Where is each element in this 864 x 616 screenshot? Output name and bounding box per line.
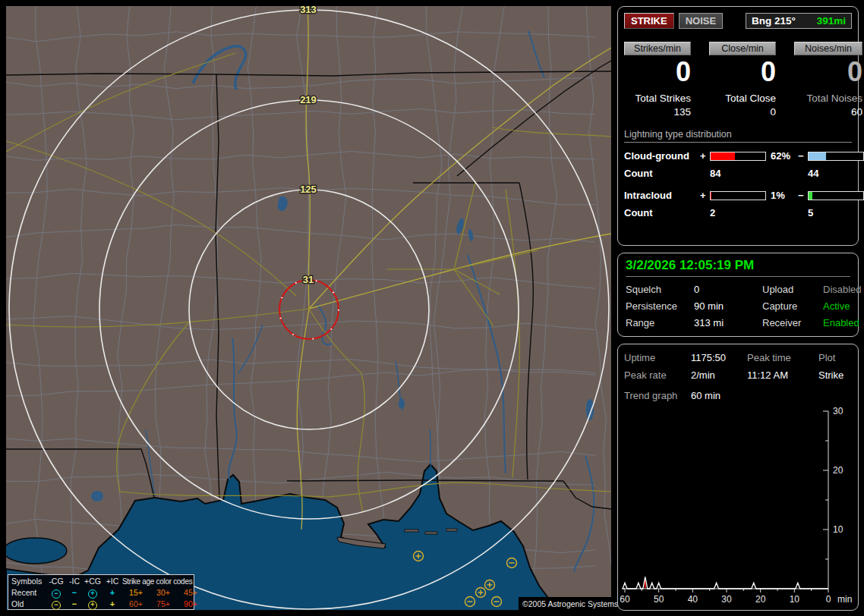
svg-text:60: 60 bbox=[620, 594, 630, 605]
svg-text:20: 20 bbox=[755, 594, 766, 605]
legend-symbols-header: Symbols bbox=[11, 576, 46, 587]
squelch-label: Squelch bbox=[626, 284, 694, 295]
legend-col-neg-ic: -IC bbox=[66, 576, 83, 587]
upload-label: Upload bbox=[762, 284, 823, 295]
strike-button[interactable]: STRIKE bbox=[624, 13, 674, 29]
distribution-title: Lightning type distribution bbox=[624, 129, 852, 143]
stats-grid: Uptime 1175:50 Peak time Plot Peak rate … bbox=[624, 352, 852, 381]
neg-ic-old-icon: − bbox=[66, 599, 83, 610]
strike-rate-line bbox=[623, 577, 828, 589]
cloud-ground-row: Cloud-ground + 62% − 33% bbox=[624, 150, 852, 162]
plot-mode-value: Strike bbox=[818, 369, 852, 381]
trend-graph-row: Trend graph 60 min bbox=[624, 390, 852, 401]
squelch-value: 0 bbox=[694, 284, 762, 295]
plus-sign: + bbox=[700, 190, 710, 201]
total-close-value: 0 bbox=[770, 106, 776, 118]
noise-button[interactable]: NOISE bbox=[679, 13, 723, 29]
noises-counter-column: Noises/min 0 Total Noises 60 bbox=[794, 42, 862, 118]
range-label: Range bbox=[626, 317, 694, 328]
trend-panel: Uptime 1175:50 Peak time Plot Peak rate … bbox=[617, 344, 859, 611]
copyright-bar: ©2005 Astrogenic Systems bbox=[519, 597, 611, 611]
neg-cg-recent-icon: − bbox=[46, 587, 66, 599]
rate-counters: Strikes/min 0 Total Strikes 135 Close/mi… bbox=[624, 42, 852, 118]
lightning-map[interactable]: 31321912531 Symbols -CG -IC +CG +IC Stri… bbox=[6, 6, 611, 611]
app-window: 31321912531 Symbols -CG -IC +CG +IC Stri… bbox=[0, 0, 864, 616]
neg-cg-old-icon: − bbox=[46, 599, 66, 610]
pos-cg-old-icon: + bbox=[83, 599, 102, 610]
count-label: Count bbox=[624, 168, 700, 179]
range-value: 313 mi bbox=[694, 317, 762, 328]
close-counter-column: Close/min 0 Total Close 0 bbox=[709, 42, 776, 118]
close-per-min-button[interactable]: Close/min bbox=[709, 42, 776, 55]
symbol-legend: Symbols -CG -IC +CG +IC Strike age color… bbox=[8, 574, 194, 610]
capture-status: Active bbox=[823, 300, 862, 312]
uptime-label: Uptime bbox=[624, 352, 691, 363]
receiver-label: Receiver bbox=[762, 317, 823, 328]
minus-sign: − bbox=[798, 190, 808, 201]
uptime-value: 1175:50 bbox=[691, 352, 747, 363]
persistence-label: Persistence bbox=[626, 300, 694, 312]
mode-toolbar: STRIKE NOISE Bng 215° 391mi bbox=[624, 13, 852, 29]
ic-negative-count: 5 bbox=[808, 207, 864, 218]
legend-col-pos-cg: +CG bbox=[83, 576, 102, 587]
peak-rate-label: Peak rate bbox=[624, 369, 691, 381]
minus-sign: − bbox=[798, 150, 808, 162]
noises-per-min-button[interactable]: Noises/min bbox=[794, 42, 862, 55]
map-canvas[interactable]: 31321912531 bbox=[6, 6, 611, 611]
status-panel: 3/2/2026 12:05:19 PM Squelch 0 Upload Di… bbox=[617, 253, 859, 337]
svg-text:10: 10 bbox=[833, 524, 844, 535]
ic-negative-bar bbox=[808, 191, 864, 200]
svg-text:50: 50 bbox=[654, 594, 664, 605]
total-noises-value: 60 bbox=[851, 106, 862, 118]
pos-ic-old-icon: + bbox=[102, 599, 122, 610]
strikes-per-min-button[interactable]: Strikes/min bbox=[624, 42, 691, 55]
total-close-label: Total Close bbox=[725, 93, 776, 104]
strikes-counter-column: Strikes/min 0 Total Strikes 135 bbox=[624, 42, 691, 118]
neg-ic-recent-icon: − bbox=[66, 587, 83, 599]
capture-label: Capture bbox=[762, 300, 823, 312]
total-strikes-value: 135 bbox=[673, 106, 691, 118]
total-noises-label: Total Noises bbox=[806, 93, 862, 104]
plot-label: Plot bbox=[818, 352, 852, 363]
total-strikes-label: Total Strikes bbox=[635, 93, 691, 104]
legend-header-row: Symbols -CG -IC +CG +IC Strike age color… bbox=[11, 576, 194, 587]
svg-text:min: min bbox=[837, 594, 852, 605]
legend-col-pos-ic: +IC bbox=[102, 576, 122, 587]
plus-sign: + bbox=[700, 150, 710, 162]
bearing-distance: 391mi bbox=[817, 15, 846, 27]
trend-graph-label: Trend graph bbox=[624, 390, 691, 401]
ic-positive-bar bbox=[710, 191, 766, 200]
svg-text:30: 30 bbox=[833, 406, 844, 416]
cg-positive-pct: 62% bbox=[766, 150, 798, 162]
trend-graph-value: 60 min bbox=[691, 390, 852, 401]
datetime-display: 3/2/2026 12:05:19 PM bbox=[626, 258, 850, 277]
peak-rate-value: 2/min bbox=[691, 369, 747, 381]
pos-ic-recent-icon: + bbox=[102, 587, 122, 599]
svg-text:10: 10 bbox=[790, 594, 800, 605]
intracloud-label: Intracloud bbox=[624, 190, 700, 201]
range-ring-label-125: 125 bbox=[300, 184, 317, 195]
bearing-label: Bng 215° bbox=[752, 15, 796, 27]
legend-age-header: Strike age color codes bbox=[122, 576, 204, 587]
upload-status: Disabled bbox=[823, 284, 862, 295]
cg-positive-bar bbox=[710, 152, 766, 161]
bearing-display[interactable]: Bng 215° 391mi bbox=[746, 13, 852, 29]
cloud-ground-count-row: Count 84 44 bbox=[624, 168, 852, 179]
cg-negative-bar bbox=[808, 152, 864, 161]
close-per-min-value: 0 bbox=[761, 58, 776, 86]
svg-text:20: 20 bbox=[833, 465, 844, 476]
peak-time-value: 11:12 AM bbox=[747, 369, 818, 381]
receiver-status: Enabled bbox=[823, 317, 862, 328]
svg-text:40: 40 bbox=[688, 594, 698, 605]
lake-pontchartrain bbox=[6, 538, 67, 564]
counters-panel: STRIKE NOISE Bng 215° 391mi Strikes/min … bbox=[617, 6, 859, 246]
cloud-ground-label: Cloud-ground bbox=[624, 150, 700, 162]
pos-cg-recent-icon: + bbox=[83, 587, 102, 599]
svg-text:30: 30 bbox=[721, 594, 732, 605]
ic-positive-count: 2 bbox=[710, 207, 766, 218]
count-label: Count bbox=[624, 207, 700, 218]
intracloud-row: Intracloud + 1% − 4% bbox=[624, 190, 852, 201]
noises-per-min-value: 0 bbox=[847, 58, 862, 86]
status-grid: Squelch 0 Upload Disabled Persistence 90… bbox=[626, 284, 850, 328]
svg-text:0: 0 bbox=[826, 594, 831, 605]
